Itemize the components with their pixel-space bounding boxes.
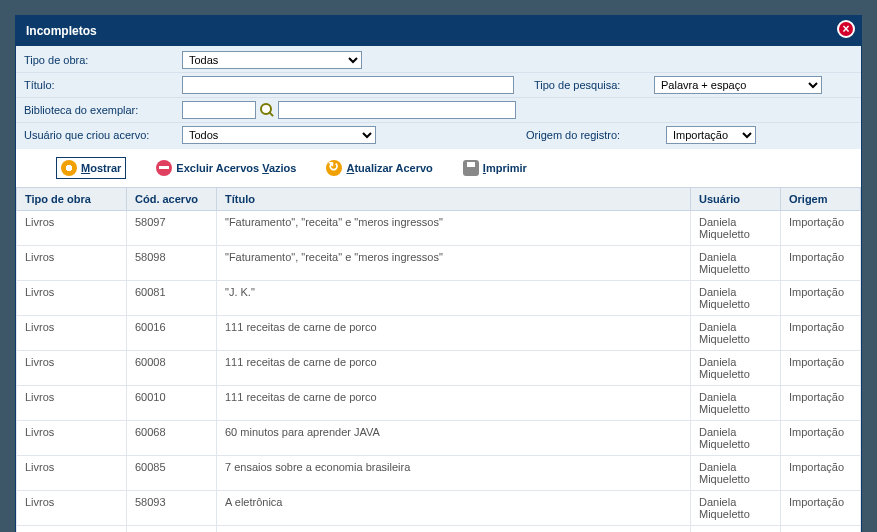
- cell-origem: Importação: [781, 456, 861, 491]
- cell-titulo: "Faturamento", "receita" e "meros ingres…: [217, 246, 691, 281]
- cell-cod: 58093: [127, 491, 217, 526]
- table-row[interactable]: Livros58052A insustentável leveza do ser…: [17, 526, 861, 533]
- label-biblioteca: Biblioteca do exemplar:: [24, 104, 182, 116]
- label-tipo-obra: Tipo de obra:: [24, 54, 182, 66]
- cell-tipo: Livros: [17, 281, 127, 316]
- cell-cod: 60008: [127, 351, 217, 386]
- refresh-icon: [326, 160, 342, 176]
- cell-titulo: "Faturamento", "receita" e "meros ingres…: [217, 211, 691, 246]
- cell-tipo: Livros: [17, 456, 127, 491]
- cell-usuario: Daniela Miqueletto: [691, 491, 781, 526]
- cell-tipo: Livros: [17, 211, 127, 246]
- cell-origem: Importação: [781, 421, 861, 456]
- cell-origem: Importação: [781, 211, 861, 246]
- select-tipo-obra[interactable]: Todas: [182, 51, 362, 69]
- cell-usuario: Daniela Miqueletto: [691, 351, 781, 386]
- show-icon: [61, 160, 77, 176]
- select-usuario[interactable]: Todos: [182, 126, 376, 144]
- th-origem[interactable]: Origem: [781, 188, 861, 211]
- cell-cod: 58098: [127, 246, 217, 281]
- cell-titulo: 111 receitas de carne de porco: [217, 351, 691, 386]
- cell-titulo: A eletrônica: [217, 491, 691, 526]
- cell-tipo: Livros: [17, 386, 127, 421]
- cell-cod: 58097: [127, 211, 217, 246]
- cell-usuario: Daniela Miqueletto: [691, 421, 781, 456]
- th-titulo[interactable]: Título: [217, 188, 691, 211]
- select-tipo-pesquisa[interactable]: Palavra + espaço: [654, 76, 822, 94]
- cell-tipo: Livros: [17, 421, 127, 456]
- cell-usuario: Daniela Miqueletto: [691, 526, 781, 533]
- table-row[interactable]: Livros60081"J. K."Daniela MiquelettoImpo…: [17, 281, 861, 316]
- table-row[interactable]: Livros60016111 receitas de carne de porc…: [17, 316, 861, 351]
- cell-origem: Importação: [781, 316, 861, 351]
- table-row[interactable]: Livros58097"Faturamento", "receita" e "m…: [17, 211, 861, 246]
- cell-origem: Importação: [781, 351, 861, 386]
- cell-usuario: Daniela Miqueletto: [691, 456, 781, 491]
- table-row[interactable]: Livros60010111 receitas de carne de porc…: [17, 386, 861, 421]
- th-cod[interactable]: Cód. acervo: [127, 188, 217, 211]
- cell-usuario: Daniela Miqueletto: [691, 246, 781, 281]
- cell-tipo: Livros: [17, 526, 127, 533]
- cell-tipo: Livros: [17, 351, 127, 386]
- table-row[interactable]: Livros600857 ensaios sobre a economia br…: [17, 456, 861, 491]
- delete-icon: [156, 160, 172, 176]
- close-icon[interactable]: ×: [837, 20, 855, 38]
- cell-tipo: Livros: [17, 491, 127, 526]
- label-titulo: Título:: [24, 79, 182, 91]
- table-row[interactable]: Livros58093A eletrônicaDaniela Miquelett…: [17, 491, 861, 526]
- cell-cod: 60010: [127, 386, 217, 421]
- table-row[interactable]: Livros58098"Faturamento", "receita" e "m…: [17, 246, 861, 281]
- cell-cod: 60016: [127, 316, 217, 351]
- cell-origem: Importação: [781, 386, 861, 421]
- input-titulo[interactable]: [182, 76, 514, 94]
- table-row[interactable]: Livros60008111 receitas de carne de porc…: [17, 351, 861, 386]
- cell-usuario: Daniela Miqueletto: [691, 316, 781, 351]
- print-icon: [463, 160, 479, 176]
- cell-usuario: Daniela Miqueletto: [691, 281, 781, 316]
- cell-cod: 60081: [127, 281, 217, 316]
- cell-cod: 58052: [127, 526, 217, 533]
- cell-cod: 60068: [127, 421, 217, 456]
- cell-titulo: 111 receitas de carne de porco: [217, 386, 691, 421]
- cell-titulo: 111 receitas de carne de porco: [217, 316, 691, 351]
- modal-incompletos: Incompletos × Tipo de obra: Todas Título…: [15, 15, 862, 532]
- th-usuario[interactable]: Usuário: [691, 188, 781, 211]
- table-row[interactable]: Livros6006860 minutos para aprender JAVA…: [17, 421, 861, 456]
- cell-usuario: Daniela Miqueletto: [691, 211, 781, 246]
- select-origem[interactable]: Importação: [666, 126, 756, 144]
- cell-origem: Importação: [781, 526, 861, 533]
- mostrar-button[interactable]: Mostrar: [56, 157, 126, 179]
- action-bar: Mostrar Excluir Acervos Vazios Atualizar…: [16, 149, 861, 187]
- input-biblioteca-code[interactable]: [182, 101, 256, 119]
- cell-titulo: 60 minutos para aprender JAVA: [217, 421, 691, 456]
- modal-title: Incompletos: [26, 24, 97, 38]
- cell-origem: Importação: [781, 246, 861, 281]
- label-tipo-pesquisa: Tipo de pesquisa:: [534, 79, 654, 91]
- input-biblioteca-name[interactable]: [278, 101, 516, 119]
- cell-origem: Importação: [781, 281, 861, 316]
- label-usuario: Usuário que criou acervo:: [24, 129, 182, 141]
- excluir-button[interactable]: Excluir Acervos Vazios: [156, 160, 296, 176]
- cell-cod: 60085: [127, 456, 217, 491]
- cell-usuario: Daniela Miqueletto: [691, 386, 781, 421]
- atualizar-button[interactable]: Atualizar Acervo: [326, 160, 432, 176]
- label-origem: Origem do registro:: [526, 129, 666, 141]
- results-table: Tipo de obra Cód. acervo Título Usuário …: [16, 187, 861, 532]
- cell-titulo: A insustentável leveza do ser: [217, 526, 691, 533]
- th-tipo[interactable]: Tipo de obra: [17, 188, 127, 211]
- cell-titulo: "J. K.": [217, 281, 691, 316]
- imprimir-button[interactable]: Imprimir: [463, 160, 527, 176]
- cell-origem: Importação: [781, 491, 861, 526]
- filter-panel: Tipo de obra: Todas Título: Tipo de pesq…: [16, 46, 861, 149]
- modal-header: Incompletos ×: [16, 16, 861, 46]
- cell-titulo: 7 ensaios sobre a economia brasileira: [217, 456, 691, 491]
- cell-tipo: Livros: [17, 246, 127, 281]
- search-icon[interactable]: [258, 101, 276, 119]
- cell-tipo: Livros: [17, 316, 127, 351]
